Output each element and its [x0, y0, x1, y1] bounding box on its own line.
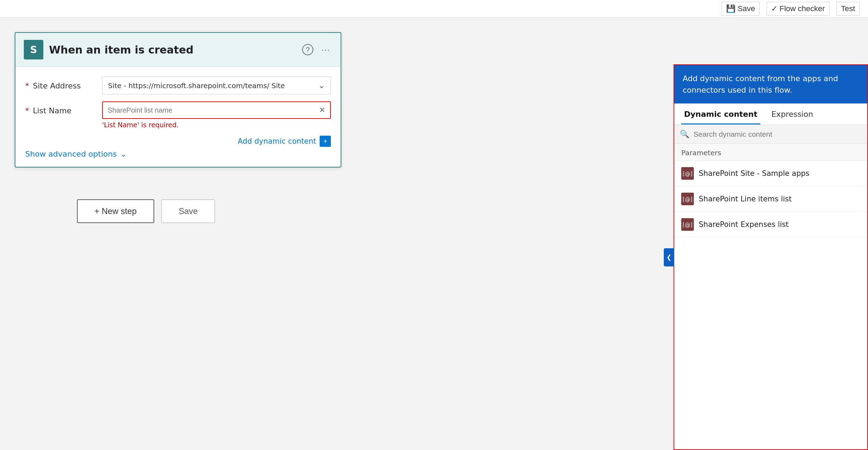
site-address-dropdown[interactable]: Site - https://microsoft.sharepoint.com/… — [102, 77, 331, 94]
flow-checker-button[interactable]: ✓ Flow checker — [767, 2, 830, 16]
list-name-label: * List Name — [25, 101, 95, 115]
checker-icon: ✓ — [771, 4, 777, 13]
collapse-icon: ❮ — [666, 253, 671, 261]
parameters-section-label: Parameters — [674, 144, 867, 161]
add-dynamic-content-link[interactable]: Add dynamic content — [238, 137, 316, 145]
list-name-input-wrapper: ✕ — [102, 101, 331, 119]
dynamic-content-link-row: Add dynamic content + — [25, 136, 331, 147]
top-bar: 💾 Save ✓ Flow checker Test — [0, 0, 868, 17]
flow-card: S When an item is created ? ··· * Site A… — [15, 32, 341, 167]
show-advanced-options[interactable]: Show advanced options ⌄ — [25, 150, 331, 158]
help-icon: ? — [302, 44, 313, 55]
card-header-actions: ? ··· — [301, 43, 332, 56]
param-icon-2: [@] — [681, 193, 694, 205]
card-body: * Site Address Site - https://microsoft.… — [15, 67, 341, 167]
param-icon-3: [@] — [681, 218, 694, 231]
panel-search: 🔍 — [674, 125, 867, 144]
canvas: S When an item is created ? ··· * Site A… — [0, 17, 868, 450]
panel-collapse-arrow[interactable]: ❮ — [664, 248, 674, 266]
list-name-control: ✕ 'List Name' is required. — [102, 101, 331, 129]
save-icon: 💾 — [726, 4, 735, 13]
tab-dynamic-content[interactable]: Dynamic content — [681, 103, 760, 124]
save-flow-button[interactable]: Save — [161, 199, 215, 223]
dynamic-content-plus-button[interactable]: + — [320, 136, 331, 147]
buttons-row: + New step Save — [77, 199, 215, 223]
list-item[interactable]: [@] SharePoint Line items list — [674, 186, 867, 212]
param-label-3: SharePoint Expenses list — [699, 220, 789, 229]
clear-button[interactable]: ✕ — [319, 106, 325, 115]
required-star: * — [25, 81, 29, 90]
list-name-input[interactable] — [108, 106, 319, 114]
help-button[interactable]: ? — [301, 43, 314, 56]
param-label-1: SharePoint Site - Sample apps — [699, 169, 810, 178]
site-address-control: Site - https://microsoft.sharepoint.com/… — [102, 77, 331, 94]
card-header: S When an item is created ? ··· — [15, 33, 341, 67]
save-button[interactable]: 💾 Save — [721, 2, 760, 16]
list-item[interactable]: [@] SharePoint Site - Sample apps — [674, 161, 867, 186]
more-options-button[interactable]: ··· — [320, 43, 332, 56]
dynamic-content-panel: ❮ Add dynamic content from the apps and … — [674, 64, 868, 450]
new-step-button[interactable]: + New step — [77, 199, 154, 223]
site-address-row: * Site Address Site - https://microsoft.… — [25, 77, 331, 94]
ellipsis-icon: ··· — [321, 45, 330, 55]
card-title: When an item is created — [49, 44, 296, 56]
list-name-error: 'List Name' is required. — [102, 121, 331, 129]
list-item[interactable]: [@] SharePoint Expenses list — [674, 212, 867, 237]
site-address-label: * Site Address — [25, 77, 95, 90]
list-name-row: * List Name ✕ 'List Name' is required. — [25, 101, 331, 129]
chevron-down-icon-advanced: ⌄ — [120, 150, 127, 158]
panel-header: Add dynamic content from the apps and co… — [674, 65, 867, 103]
parameters-list: [@] SharePoint Site - Sample apps [@] Sh… — [674, 161, 867, 237]
search-icon: 🔍 — [680, 130, 689, 138]
sharepoint-icon: S — [24, 40, 43, 59]
test-button[interactable]: Test — [837, 2, 860, 16]
tab-expression[interactable]: Expression — [769, 103, 816, 124]
panel-tabs: Dynamic content Expression — [674, 103, 867, 125]
search-dynamic-content-input[interactable] — [693, 130, 862, 138]
param-label-2: SharePoint Line items list — [699, 195, 792, 203]
top-bar-actions: 💾 Save ✓ Flow checker Test — [721, 2, 860, 16]
chevron-down-icon: ⌄ — [319, 81, 325, 90]
param-icon-1: [@] — [681, 167, 694, 180]
required-star-2: * — [25, 106, 29, 115]
